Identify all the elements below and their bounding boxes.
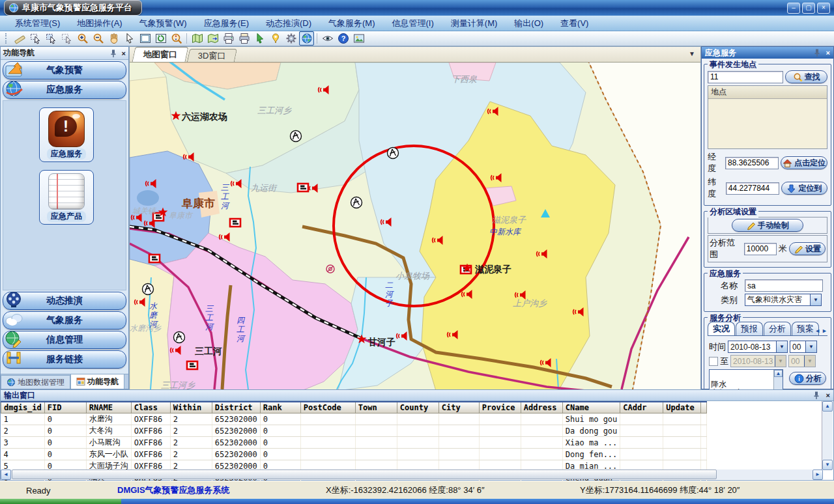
cell[interactable] [663, 449, 701, 460]
cell[interactable] [521, 413, 562, 425]
zoom-to-button[interactable] [169, 31, 184, 46]
cell[interactable] [663, 425, 701, 437]
menu-item-5[interactable]: 气象服务(M) [320, 16, 384, 31]
cell[interactable] [355, 413, 397, 425]
restore-button[interactable]: ▢ [802, 3, 815, 14]
cell[interactable] [300, 413, 355, 425]
tab-功能导航[interactable]: 功能导航 [70, 374, 124, 389]
tab-地图数据管理[interactable]: 地图数据管理 [1, 375, 70, 389]
map-button[interactable] [190, 31, 205, 46]
cell[interactable] [479, 449, 521, 460]
cell[interactable]: 652302000 [212, 413, 260, 425]
chevron-down-icon[interactable]: ▼ [805, 341, 816, 352]
flag-marker[interactable] [298, 184, 308, 191]
cell[interactable] [620, 413, 663, 425]
print-preview-button[interactable] [237, 31, 252, 46]
vertical-scrollbar[interactable]: ▲ ▼ [822, 401, 833, 470]
settings-button[interactable] [283, 31, 298, 46]
cell[interactable] [620, 437, 663, 449]
cell[interactable] [397, 437, 439, 449]
cell[interactable] [300, 437, 355, 449]
cell[interactable]: 大冬沟 [86, 425, 131, 437]
column-header-PostCode[interactable]: PostCode [300, 402, 355, 413]
sidebar-item-应急服务[interactable]: 应急服务 [3, 81, 126, 99]
shortcut-应急产品[interactable]: 应急产品 [39, 170, 94, 225]
map-svg[interactable]: 下西泉三工河乡六运湖农场九运街阜康市城关镇阜康市滋泥泉子中新水库滋泥泉子小泉牧场… [130, 63, 700, 389]
column-header-Update[interactable]: Update [663, 402, 701, 413]
help-button[interactable]: ? [336, 31, 351, 46]
cell[interactable]: 2 [170, 425, 212, 437]
column-header-Rank[interactable]: Rank [260, 402, 300, 413]
tab-地图窗口[interactable]: 地图窗口 [132, 47, 189, 62]
cell[interactable]: 652302000 [212, 437, 260, 449]
cell[interactable]: 2 [1, 425, 45, 437]
cell[interactable]: 4 [1, 449, 45, 460]
column-header-County[interactable]: County [397, 402, 439, 413]
to-date-select[interactable]: 2010-08-13 ▼ [730, 355, 786, 367]
menu-item-6[interactable]: 信息管理(I) [384, 16, 442, 31]
column-header-Provice[interactable]: Provice [479, 402, 521, 413]
sidebar-item-气象服务[interactable]: 气象服务 [3, 311, 126, 329]
flag-marker[interactable] [230, 219, 240, 227]
to-hour-select[interactable]: 00 ▼ [788, 355, 816, 367]
cell[interactable]: 2 [170, 449, 212, 460]
cell[interactable] [355, 449, 397, 460]
cell[interactable] [300, 449, 355, 460]
chevron-down-icon[interactable]: ▼ [810, 294, 821, 305]
chevron-down-icon[interactable]: ▼ [689, 50, 695, 57]
cell[interactable]: 水磨沟 [86, 413, 131, 425]
table-row[interactable]: 20大冬沟OXFF8626523020000Da dong gou [1, 425, 707, 437]
column-header-dmgis_id[interactable]: dmgis_id [1, 402, 45, 413]
camp-marker[interactable] [174, 332, 185, 343]
cell[interactable]: 1 [1, 413, 45, 425]
close-icon[interactable]: × [122, 49, 126, 57]
cell[interactable]: 小马厩沟 [86, 437, 131, 449]
sidebar-item-气象预警[interactable]: 气象预警 [3, 61, 126, 79]
column-header-CAddr[interactable]: CAddr [620, 402, 663, 413]
chevron-down-icon[interactable]: ▼ [776, 341, 787, 352]
cell[interactable]: Da dong gou [562, 425, 620, 437]
measure-button[interactable] [12, 31, 27, 46]
menu-item-4[interactable]: 动态推演(D) [257, 16, 320, 31]
cell[interactable] [397, 449, 439, 460]
cell[interactable]: 0 [260, 413, 300, 425]
menu-item-1[interactable]: 地图操作(A) [68, 16, 130, 31]
table-row[interactable]: 10水磨沟OXFF8626523020000Shui mo gou [1, 413, 707, 425]
pin-icon[interactable] [812, 391, 821, 400]
scroll-up-icon[interactable]: ▲ [774, 370, 783, 377]
table-row[interactable]: 40东风一小队OXFF8626523020000Dong fen... [1, 449, 707, 460]
menu-item-0[interactable]: 系统管理(S) [7, 16, 68, 31]
print-button[interactable] [221, 31, 236, 46]
cell[interactable]: OXFF86 [131, 425, 170, 437]
to-checkbox[interactable] [709, 357, 718, 366]
scroll-right-icon[interactable]: ► [812, 469, 823, 480]
cell[interactable] [479, 425, 521, 437]
cell[interactable] [397, 413, 439, 425]
column-header-RNAME[interactable]: RNAME [86, 402, 131, 413]
minimize-button[interactable]: – [787, 3, 800, 14]
menu-item-8[interactable]: 输出(O) [506, 16, 552, 31]
column-header-District[interactable]: District [212, 402, 260, 413]
cell[interactable]: Dong fen... [562, 449, 620, 460]
select-feature-button[interactable] [28, 31, 43, 46]
location-list[interactable]: 地点 [708, 85, 827, 149]
column-header-City[interactable]: City [439, 402, 479, 413]
flag-marker[interactable] [149, 255, 160, 262]
image-button[interactable] [351, 31, 366, 46]
cell[interactable] [521, 425, 562, 437]
cell[interactable]: 东风一小队 [86, 449, 131, 460]
longitude-field[interactable] [725, 157, 779, 169]
latitude-field[interactable] [726, 182, 779, 195]
camp-marker[interactable] [143, 284, 154, 295]
zoom-in-button[interactable] [75, 31, 90, 46]
tab-分析[interactable]: 分析 [764, 322, 791, 335]
cell[interactable] [521, 437, 562, 449]
refresh-button[interactable] [153, 31, 168, 46]
location-search-input[interactable] [708, 71, 783, 83]
cell[interactable] [663, 413, 701, 425]
pan-button[interactable] [106, 31, 121, 46]
select-box-button[interactable] [44, 31, 59, 46]
cell[interactable]: 0 [44, 413, 86, 425]
cell[interactable]: 0 [260, 425, 300, 437]
sidebar-item-信息管理[interactable]: 信息管理 [3, 331, 126, 349]
